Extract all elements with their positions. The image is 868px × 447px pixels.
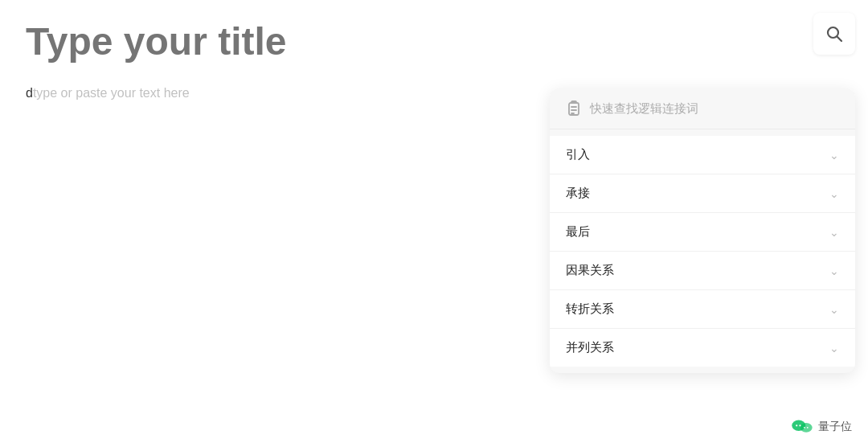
category-item-intro[interactable]: 引入 ⌄ xyxy=(550,136,855,174)
svg-line-1 xyxy=(837,37,842,42)
title-input[interactable] xyxy=(26,19,516,64)
dropdown-panel: 快速查找逻辑连接词 引入 ⌄ 承接 ⌄ 最后 ⌄ 因果关系 ⌄ 转折关系 ⌄ 并… xyxy=(550,88,855,373)
cursor-char: d xyxy=(26,86,33,100)
chevron-down-icon-transition: ⌄ xyxy=(829,187,839,200)
wechat-brand-label: 量子位 xyxy=(818,420,852,434)
wechat-logo-icon xyxy=(791,418,813,436)
category-list: 引入 ⌄ 承接 ⌄ 最后 ⌄ 因果关系 ⌄ 转折关系 ⌄ 并列关系 ⌄ xyxy=(550,129,855,373)
svg-point-11 xyxy=(807,427,809,429)
svg-point-10 xyxy=(804,427,805,429)
category-item-causality[interactable]: 因果关系 ⌄ xyxy=(550,252,855,290)
category-label-causality: 因果关系 xyxy=(566,263,614,278)
wechat-footer: 量子位 xyxy=(791,418,852,436)
chevron-down-icon-causality: ⌄ xyxy=(829,265,839,277)
chevron-down-icon-contrast: ⌄ xyxy=(829,303,839,316)
category-label-finally: 最后 xyxy=(566,224,590,240)
search-placeholder: 快速查找逻辑连接词 xyxy=(590,101,698,117)
svg-point-9 xyxy=(799,424,800,426)
body-placeholder: type or paste your text here xyxy=(33,86,190,100)
search-icon xyxy=(825,24,844,43)
category-label-intro: 引入 xyxy=(566,147,590,162)
category-item-parallel[interactable]: 并列关系 ⌄ xyxy=(550,329,855,367)
dropdown-search-bar: 快速查找逻辑连接词 xyxy=(550,88,855,129)
svg-point-7 xyxy=(800,423,812,433)
category-label-contrast: 转折关系 xyxy=(566,301,614,317)
chevron-down-icon-parallel: ⌄ xyxy=(829,342,839,355)
category-item-contrast[interactable]: 转折关系 ⌄ xyxy=(550,290,855,329)
category-item-transition[interactable]: 承接 ⌄ xyxy=(550,174,855,213)
category-label-transition: 承接 xyxy=(566,186,590,201)
search-button[interactable] xyxy=(813,13,855,55)
category-label-parallel: 并列关系 xyxy=(566,340,614,355)
chevron-down-icon-intro: ⌄ xyxy=(829,149,839,162)
category-item-finally[interactable]: 最后 ⌄ xyxy=(550,213,855,252)
svg-point-8 xyxy=(796,424,797,426)
clipboard-icon xyxy=(564,100,582,117)
chevron-down-icon-finally: ⌄ xyxy=(829,226,839,239)
